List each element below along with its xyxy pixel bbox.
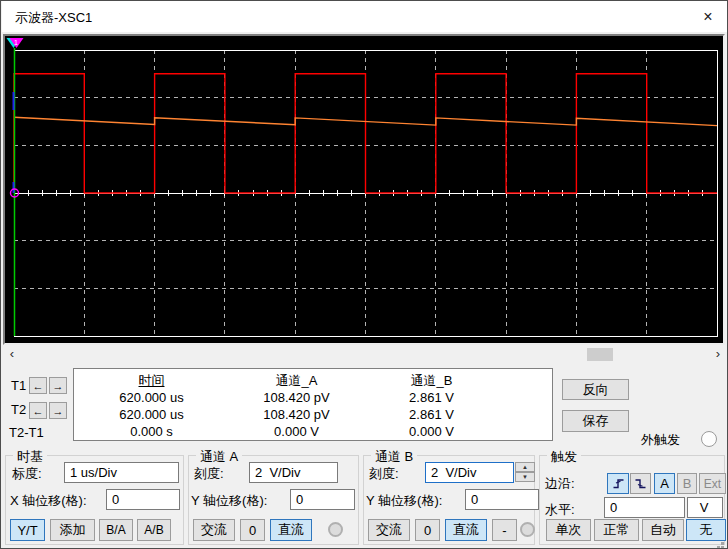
t2-channel-a: 108.420 pV — [229, 406, 364, 423]
channel-b-zero-button[interactable]: 0 — [415, 519, 440, 541]
horizontal-scrollbar[interactable]: ‹ › — [3, 347, 727, 362]
channel-a-zero-button[interactable]: 0 — [240, 519, 265, 541]
timebase-xpos-input[interactable] — [106, 489, 180, 510]
scroll-left-icon[interactable]: ‹ — [5, 347, 19, 362]
t2-channel-b: 2.861 V — [364, 406, 499, 423]
trigger-normal-button[interactable]: 正常 — [594, 519, 639, 541]
channel-a-ypos-label: Y 轴位移(格): — [191, 492, 267, 510]
svg-text:1: 1 — [14, 39, 18, 46]
yt-mode-button[interactable]: Y/T — [10, 519, 45, 541]
channel-b-scale-input[interactable] — [425, 462, 514, 483]
timebase-title: 时基 — [13, 448, 47, 466]
scope-waveform-canvas[interactable]: 1 — [5, 36, 723, 343]
trigger-auto-button[interactable]: 自动 — [642, 519, 684, 541]
channel-b-scale-label: 刻度: — [369, 465, 399, 483]
t2-right-button[interactable]: → — [49, 402, 67, 419]
dt-channel-a: 0.000 V — [229, 423, 364, 440]
titlebar: 示波器-XSC1 × — [2, 1, 727, 32]
channel-b-group: 通道 B 刻度: ▲ ▼ Y 轴位移(格): 交流 0 直流 - — [363, 455, 535, 545]
ext-trigger-label: 外触发 — [641, 431, 680, 449]
timebase-scale-label: 标度: — [12, 465, 42, 483]
dt-time: 0.000 s — [74, 423, 229, 440]
t1-time: 620.000 us — [74, 389, 229, 406]
trigger-none-button[interactable]: 无 — [686, 519, 726, 541]
col-header-time: 时间 — [74, 372, 229, 389]
channel-b-title: 通道 B — [371, 448, 417, 466]
col-header-channel-b: 通道_B — [364, 372, 499, 389]
spin-down-icon[interactable]: ▼ — [515, 472, 535, 482]
col-header-channel-a: 通道_A — [229, 372, 364, 389]
timebase-group: 时基 标度: X 轴位移(格): Y/T 添加 B/A A/B — [5, 455, 184, 545]
trigger-source-b-button[interactable]: B — [677, 473, 697, 494]
trigger-title: 触发 — [547, 448, 581, 466]
measurement-table: 时间 通道_A 通道_B 620.000 us 108.420 pV 2.861… — [73, 368, 553, 441]
table-row-dt: 0.000 s 0.000 V 0.000 V — [74, 423, 552, 440]
t2-left-button[interactable]: ← — [29, 402, 47, 419]
t1-channel-b: 2.861 V — [364, 389, 499, 406]
t2-time: 620.000 us — [74, 406, 229, 423]
channel-a-ypos-input[interactable] — [290, 489, 355, 510]
trigger-level-unit[interactable] — [687, 497, 723, 518]
measurement-header-row: 时间 通道_A 通道_B — [74, 372, 552, 389]
channel-b-minus-button[interactable]: - — [492, 519, 517, 541]
ab-mode-button[interactable]: A/B — [137, 519, 171, 541]
channel-b-ac-button[interactable]: 交流 — [368, 519, 410, 541]
reverse-button[interactable]: 反向 — [562, 379, 629, 400]
trigger-edge-label: 边沿: — [545, 475, 575, 493]
trigger-group: 触发 边沿: A B Ext 水平: 单次 正常 自动 无 — [539, 455, 725, 545]
cursor-dt-label: T2-T1 — [9, 425, 44, 440]
ba-mode-button[interactable]: B/A — [99, 519, 133, 541]
channel-b-connector — [520, 522, 535, 537]
ext-trigger-connector — [701, 431, 717, 447]
trigger-source-a-button[interactable]: A — [654, 473, 675, 494]
add-mode-button[interactable]: 添加 — [50, 519, 95, 541]
t1-left-button[interactable]: ← — [29, 377, 47, 394]
trigger-single-button[interactable]: 单次 — [546, 519, 591, 541]
t1-right-button[interactable]: → — [49, 377, 67, 394]
channel-a-scale-label: 刻度: — [194, 465, 224, 483]
scrollbar-thumb[interactable] — [587, 348, 613, 361]
channel-a-title: 通道 A — [196, 448, 242, 466]
channel-b-ypos-label: Y 轴位移(格): — [366, 492, 442, 510]
trigger-source-ext-button[interactable]: Ext — [699, 473, 726, 494]
falling-edge-icon[interactable] — [630, 473, 651, 494]
channel-a-group: 通道 A 刻度: Y 轴位移(格): 交流 0 直流 — [188, 455, 359, 545]
oscilloscope-window: 示波器-XSC1 × 1 ‹ › T1 ← → T2 ← → T2-T1 时间 … — [0, 0, 728, 549]
rising-edge-icon[interactable] — [607, 473, 629, 494]
channel-b-scale-spinner: ▲ ▼ — [515, 462, 535, 483]
timebase-xpos-label: X 轴位移(格): — [10, 492, 87, 510]
channel-a-dc-button[interactable]: 直流 — [270, 519, 312, 541]
scope-display[interactable]: 1 — [3, 34, 725, 345]
table-row-t1: 620.000 us 108.420 pV 2.861 V — [74, 389, 552, 406]
t1-channel-a: 108.420 pV — [229, 389, 364, 406]
close-icon[interactable]: × — [698, 7, 718, 27]
channel-a-ac-button[interactable]: 交流 — [193, 519, 235, 541]
cursor-t2-label: T2 — [11, 402, 26, 417]
channel-a-scale-input[interactable] — [249, 462, 338, 483]
timebase-scale-input[interactable] — [64, 462, 179, 483]
scroll-right-icon[interactable]: › — [711, 347, 725, 362]
spin-up-icon[interactable]: ▲ — [515, 462, 535, 472]
cursor-t1-label: T1 — [11, 378, 26, 393]
resize-grip[interactable] — [721, 542, 724, 545]
channel-a-connector — [328, 522, 343, 537]
channel-b-dc-button[interactable]: 直流 — [445, 519, 487, 541]
trigger-level-input[interactable] — [604, 497, 685, 518]
dt-channel-b: 0.000 V — [364, 423, 499, 440]
channel-b-ypos-input[interactable] — [465, 489, 539, 510]
save-button[interactable]: 保存 — [562, 410, 629, 432]
window-title: 示波器-XSC1 — [15, 9, 92, 27]
table-row-t2: 620.000 us 108.420 pV 2.861 V — [74, 406, 552, 423]
trigger-level-label: 水平: — [545, 501, 575, 519]
